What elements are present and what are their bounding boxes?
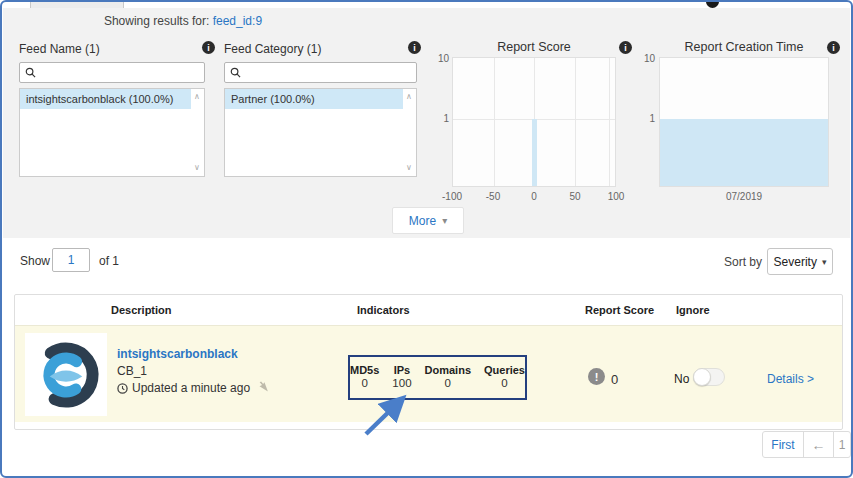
y-tick-label: 10 bbox=[643, 53, 655, 64]
partial-info-icon bbox=[706, 0, 719, 8]
feed-id-link[interactable]: feed_id:9 bbox=[213, 14, 262, 28]
feed-category-facet-label: Feed Category (1) bbox=[224, 42, 321, 56]
clock-icon bbox=[117, 383, 128, 394]
feed-name-link[interactable]: intsightscarbonblack bbox=[117, 347, 238, 361]
info-icon[interactable]: i bbox=[408, 41, 421, 54]
of-total-label: of 1 bbox=[99, 254, 119, 268]
y-tick-label: 1 bbox=[643, 113, 655, 124]
feed-name-list-item[interactable]: intsightscarbonblack (100.0%) bbox=[20, 89, 191, 109]
feed-name-searchbox bbox=[19, 62, 205, 83]
scroll-up-icon[interactable]: ∧ bbox=[403, 92, 415, 102]
feed-logo bbox=[25, 333, 107, 416]
report-score-chart: Report Score i 10 1 -100 -50 0 50 100 bbox=[439, 40, 629, 210]
toggle-knob bbox=[693, 368, 711, 386]
column-header-description: Description bbox=[111, 304, 172, 316]
mouse-cursor bbox=[257, 380, 269, 394]
feed-name-facet-label: Feed Name (1) bbox=[19, 42, 100, 56]
filter-section: Showing results for: feed_id:9 Feed Name… bbox=[3, 8, 850, 238]
feed-category-list: Partner (100.0%) ∧ ∨ bbox=[224, 88, 417, 177]
ignore-value: No bbox=[674, 372, 689, 386]
pagination-first-button[interactable]: First bbox=[762, 431, 804, 458]
column-header-ignore: Ignore bbox=[676, 304, 710, 316]
ignore-toggle[interactable] bbox=[693, 368, 725, 386]
table-row[interactable]: intsightscarbonblack CB_1 Updated a minu… bbox=[15, 325, 842, 422]
sort-dropdown[interactable]: Severity ▾ bbox=[767, 248, 833, 275]
scroll-up-icon[interactable]: ∧ bbox=[191, 92, 203, 102]
report-creation-time-chart: Report Creation Time i 10 1 07/2019 bbox=[645, 40, 843, 210]
column-header-indicators: Indicators bbox=[357, 304, 410, 316]
updated-timestamp: Updated a minute ago bbox=[132, 380, 250, 397]
search-icon bbox=[25, 67, 36, 78]
pagination-current-page[interactable]: 1 bbox=[833, 431, 851, 458]
more-button[interactable]: More ▾ bbox=[392, 207, 464, 234]
column-header-report-score: Report Score bbox=[585, 304, 654, 316]
report-score-plot bbox=[452, 57, 616, 187]
info-icon[interactable]: i bbox=[827, 41, 840, 54]
feed-search-window: Showing results for: feed_id:9 Feed Name… bbox=[0, 0, 853, 478]
showing-results-line: Showing results for: feed_id:9 bbox=[18, 14, 348, 28]
show-count-input[interactable] bbox=[52, 248, 90, 272]
alert-icon: ! bbox=[588, 368, 605, 385]
show-label: Show bbox=[20, 254, 50, 268]
x-axis: -100 -50 0 50 100 bbox=[452, 191, 616, 205]
report-creation-time-chart-title: Report Creation Time bbox=[645, 40, 843, 54]
feed-name-search-input[interactable] bbox=[39, 64, 204, 81]
left-arrow-icon: ← bbox=[812, 437, 826, 453]
report-score-value: 0 bbox=[611, 372, 618, 387]
results-table: Description Indicators Report Score Igno… bbox=[14, 294, 843, 430]
feed-category-search-input[interactable] bbox=[244, 64, 416, 81]
info-icon[interactable]: i bbox=[619, 41, 632, 54]
x-axis: 07/2019 bbox=[659, 191, 829, 205]
pagination-prev-button[interactable]: ← bbox=[803, 431, 834, 458]
details-link[interactable]: Details > bbox=[767, 372, 814, 386]
scroll-down-icon[interactable]: ∨ bbox=[191, 163, 203, 173]
sort-by-label: Sort by bbox=[724, 255, 762, 269]
report-score-chart-title: Report Score bbox=[439, 40, 629, 54]
indicator-domains: Domains 0 bbox=[425, 364, 471, 389]
pagination: First ← 1 bbox=[762, 431, 851, 458]
feed-category-list-item[interactable]: Partner (100.0%) bbox=[225, 89, 403, 109]
indicator-queries: Queries 0 bbox=[484, 364, 525, 389]
feed-description: intsightscarbonblack CB_1 Updated a minu… bbox=[117, 346, 250, 397]
feed-subtitle: CB_1 bbox=[117, 363, 250, 380]
y-tick-label: 1 bbox=[437, 113, 449, 124]
area-fill bbox=[660, 119, 828, 186]
score-bar bbox=[532, 119, 537, 186]
indicators-annotation-box: MD5s 0 IPs 100 Domains 0 Queries 0 bbox=[348, 355, 527, 400]
y-tick-label: 10 bbox=[437, 53, 449, 64]
showing-results-label: Showing results for: bbox=[104, 14, 209, 28]
scroll-down-icon[interactable]: ∨ bbox=[403, 163, 415, 173]
chevron-down-icon: ▾ bbox=[442, 215, 447, 226]
search-icon bbox=[230, 67, 241, 78]
report-creation-time-plot bbox=[659, 57, 829, 187]
feed-name-list: intsightscarbonblack (100.0%) ∧ ∨ bbox=[19, 88, 205, 177]
info-icon[interactable]: i bbox=[202, 41, 215, 54]
chevron-down-icon: ▾ bbox=[822, 257, 827, 267]
indicator-md5s: MD5s 0 bbox=[350, 364, 379, 389]
intsights-logo-icon bbox=[29, 338, 103, 412]
indicator-ips: IPs 100 bbox=[392, 364, 411, 389]
feed-category-searchbox bbox=[224, 62, 417, 83]
